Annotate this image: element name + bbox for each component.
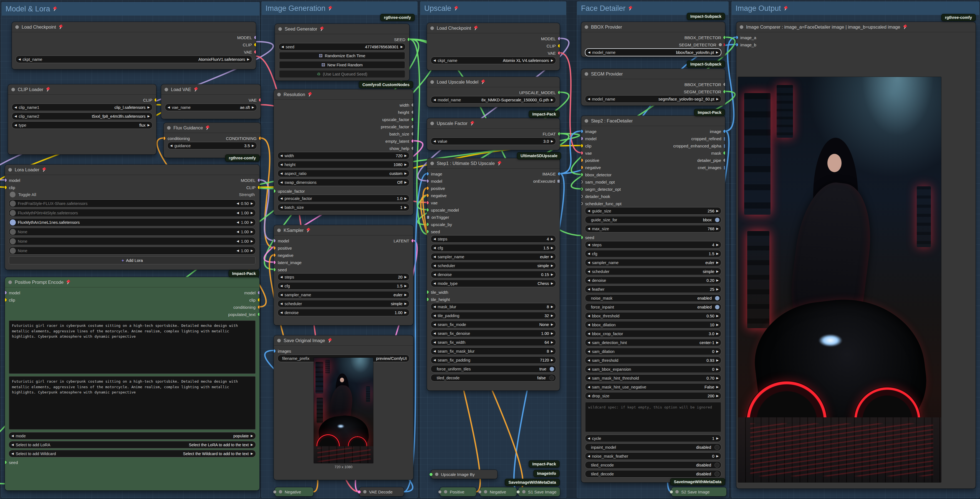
increment-arrow-icon[interactable]: ▶ <box>404 172 407 175</box>
increment-arrow-icon[interactable]: ▶ <box>251 239 253 243</box>
decrement-arrow-icon[interactable]: ◀ <box>433 305 436 309</box>
increment-arrow-icon[interactable]: ▶ <box>551 349 553 353</box>
output-slot-dot[interactable] <box>258 179 259 182</box>
output-slot-dot[interactable] <box>723 130 725 133</box>
output-slot-dot[interactable] <box>254 50 256 54</box>
node-load-checkpoint[interactable]: Load CheckpointMODELCLIPVAE◀ckpt_nameAto… <box>12 22 256 69</box>
preview-image[interactable] <box>738 77 941 482</box>
input-slot-dot[interactable] <box>427 187 429 190</box>
lora-row[interactable]: None◀1.00▶ <box>9 228 256 236</box>
node-vae-decode-collapsed[interactable]: VAE Decode <box>359 487 404 496</box>
node-header-flux-guidance[interactable]: Flux Guidance <box>164 123 261 133</box>
decrement-arrow-icon[interactable]: ◀ <box>433 255 436 258</box>
output-slot-dot[interactable] <box>407 38 409 41</box>
collapse-dot-icon[interactable] <box>430 26 434 30</box>
increment-arrow-icon[interactable]: ▶ <box>716 279 719 282</box>
widget-sampler_name[interactable]: ◀sampler_nameeuler▶ <box>277 291 409 298</box>
decrement-arrow-icon[interactable]: ◀ <box>588 359 590 362</box>
collapsed-input-dot[interactable] <box>273 490 276 493</box>
output-slot-dot[interactable] <box>723 83 725 86</box>
node-header-image-comparer[interactable]: Image Comparer : image_a=FaceDetailer im… <box>737 22 975 32</box>
increment-arrow-icon[interactable]: ▶ <box>716 323 719 327</box>
widget-ckpt_name[interactable]: ◀ckpt_nameAtomixFluxV1.safetensors▶ <box>16 56 252 63</box>
widget-guidance[interactable]: ◀guidance3.5▶ <box>167 142 257 149</box>
widget-cfg[interactable]: ◀cfg1.5▶ <box>585 250 721 257</box>
output-slot-dot[interactable] <box>558 37 560 40</box>
decrement-arrow-icon[interactable]: ◀ <box>588 252 590 255</box>
node-header-bbox-provider[interactable]: BBOX Provider <box>581 22 725 32</box>
output-slot-dot[interactable] <box>258 291 259 294</box>
decrement-arrow-icon[interactable]: ◀ <box>280 163 282 166</box>
increment-arrow-icon[interactable]: ▶ <box>716 454 719 458</box>
output-slot-dot[interactable] <box>558 91 560 94</box>
increment-arrow-icon[interactable]: ▶ <box>404 275 407 279</box>
increment-arrow-icon[interactable]: ▶ <box>251 443 253 446</box>
decrement-arrow-icon[interactable]: ◀ <box>280 154 282 158</box>
increment-arrow-icon[interactable]: ▶ <box>404 180 407 184</box>
toggle-circle-icon[interactable] <box>715 218 719 222</box>
lora-toggle-icon[interactable] <box>10 248 16 254</box>
grid-output-icon[interactable]: ▦ <box>724 143 725 148</box>
increment-arrow-icon[interactable]: ▶ <box>404 311 407 314</box>
widget-mode[interactable]: ◀modepopulate▶ <box>9 432 256 440</box>
decrement-arrow-icon[interactable]: ◀ <box>237 220 239 224</box>
lora-toggle-icon[interactable] <box>10 219 16 225</box>
increment-arrow-icon[interactable]: ▶ <box>716 51 718 54</box>
node-flux-guidance[interactable]: Flux GuidanceconditioningCONDITIONING◀gu… <box>164 123 261 158</box>
decrement-arrow-icon[interactable]: ◀ <box>588 385 590 389</box>
input-slot-dot[interactable] <box>427 223 429 226</box>
widget-denoise[interactable]: ◀denoise0.15▶ <box>431 271 556 278</box>
widget-sam_dilation[interactable]: ◀sam_dilation0▶ <box>585 348 721 355</box>
increment-arrow-icon[interactable]: ▶ <box>716 350 719 353</box>
prompt-textarea[interactable]: Futuristic girl racer in cyberpunk costu… <box>9 320 256 374</box>
collapse-dot-icon[interactable] <box>522 490 525 493</box>
output-slot-dot[interactable] <box>558 51 560 55</box>
group-titlebar-image-output[interactable]: Image Output <box>732 2 979 15</box>
increment-arrow-icon[interactable]: ▶ <box>551 59 553 62</box>
input-slot-dot[interactable] <box>581 151 583 155</box>
output-slot-dot[interactable] <box>258 298 259 301</box>
increment-arrow-icon[interactable]: ▶ <box>252 144 254 147</box>
decrement-arrow-icon[interactable]: ◀ <box>588 341 590 344</box>
widget-sampler_name[interactable]: ◀sampler_nameeuler▶ <box>431 253 556 260</box>
input-slot-dot[interactable] <box>581 187 583 191</box>
decrement-arrow-icon[interactable]: ◀ <box>588 323 590 327</box>
lora-row[interactable]: FluxMythP0rtr4itStyle.safetensors◀1.00▶ <box>9 209 256 217</box>
workflow-canvas[interactable]: Model & LoraImage GenerationUpscaleFace … <box>0 0 980 499</box>
node-step1-ultimate-sd-upscale[interactable]: Step1 : Ultimate SD UpscaleimageIMAGEmod… <box>427 158 560 391</box>
collapse-dot-icon[interactable] <box>484 490 487 493</box>
decrement-arrow-icon[interactable]: ◀ <box>588 51 590 54</box>
node-header-seed-generator[interactable]: Seed Generator <box>275 24 409 34</box>
widget-scheduler[interactable]: ◀schedulersimple▶ <box>585 268 721 275</box>
increment-arrow-icon[interactable]: ▶ <box>251 452 253 455</box>
output-slot-dot[interactable] <box>723 90 725 93</box>
input-slot-dot[interactable] <box>427 298 429 301</box>
input-slot-dot[interactable] <box>427 201 429 204</box>
node-step2-facedetailer[interactable]: Step2 : FaceDetailerimageimagemodelcropp… <box>581 116 725 482</box>
output-slot-dot[interactable] <box>254 43 256 46</box>
increment-arrow-icon[interactable]: ▶ <box>404 197 407 200</box>
increment-arrow-icon[interactable]: ▶ <box>716 367 719 371</box>
increment-arrow-icon[interactable]: ▶ <box>716 252 719 255</box>
node-load-upscale-model[interactable]: Load Upscale ModelUPSCALE_MODEL◀model_na… <box>427 77 560 107</box>
toggle-all-circle-icon[interactable] <box>10 191 16 198</box>
decrement-arrow-icon[interactable]: ◀ <box>11 452 14 455</box>
increment-arrow-icon[interactable]: ▶ <box>251 434 253 438</box>
widget-noise_mask_feather[interactable]: ◀noise_mask_feather0▶ <box>585 452 721 460</box>
collapse-dot-icon[interactable] <box>435 473 438 476</box>
group-titlebar-image-generation[interactable]: Image Generation <box>262 2 417 15</box>
widget-Select to add Wildcard[interactable]: ◀Select to add WildcardSelect the Wildca… <box>9 450 256 458</box>
toggle-circle-icon[interactable] <box>550 367 554 371</box>
input-slot-dot[interactable] <box>274 190 275 193</box>
decrement-arrow-icon[interactable]: ◀ <box>433 349 436 353</box>
collapse-dot-icon[interactable] <box>15 25 19 29</box>
widget-bbox_threshold[interactable]: ◀bbox_threshold0.50▶ <box>585 312 721 320</box>
decrement-arrow-icon[interactable]: ◀ <box>280 275 282 279</box>
collapse-dot-icon[interactable] <box>740 25 743 29</box>
node-clip-loader[interactable]: CLIP LoaderCLIP◀clip_name1clip_l.safeten… <box>8 84 156 155</box>
widget-noise_mask[interactable]: noise_maskenabled <box>585 294 721 302</box>
node-load-vae[interactable]: Load VAEVAE◀vae_nameae.sft▶ <box>161 84 261 119</box>
node-header-load-checkpoint-xl[interactable]: Load Checkpoint <box>427 23 560 33</box>
input-slot-dot[interactable] <box>427 194 429 197</box>
node-save-original-image[interactable]: Save Original Imageimagesfilename_prefix… <box>274 335 413 480</box>
